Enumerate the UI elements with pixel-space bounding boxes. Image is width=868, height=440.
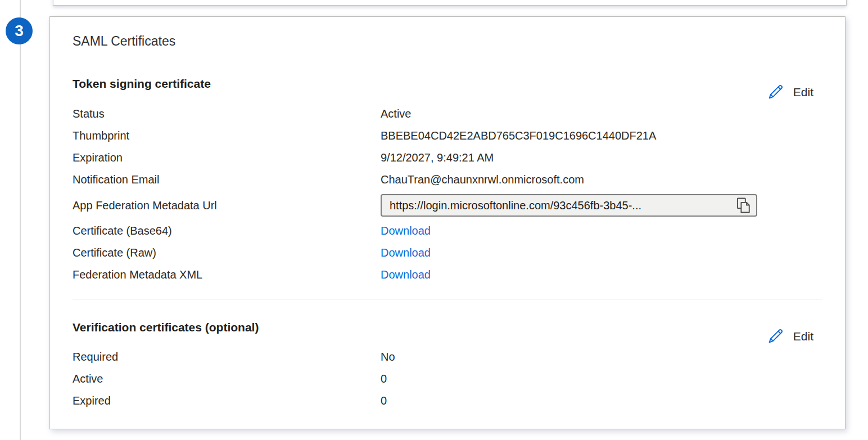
expired-count-label: Expired bbox=[73, 390, 381, 412]
notification-email-label: Notification Email bbox=[73, 169, 381, 191]
edit-token-certificate-button[interactable]: Edit bbox=[766, 83, 813, 101]
expiration-value: 9/12/2027, 9:49:21 AM bbox=[381, 147, 822, 169]
certificate-base64-label: Certificate (Base64) bbox=[73, 220, 381, 242]
required-label: Required bbox=[73, 346, 381, 368]
status-label: Status bbox=[73, 103, 381, 125]
pencil-icon bbox=[766, 327, 785, 345]
edit-verification-certificates-label: Edit bbox=[793, 330, 813, 343]
app-federation-metadata-url-row: App Federation Metadata Url https://logi… bbox=[73, 191, 822, 220]
edit-verification-certificates-button[interactable]: Edit bbox=[766, 327, 813, 345]
required-value: No bbox=[381, 346, 822, 368]
step-connector-line bbox=[20, 0, 21, 440]
thumbprint-value: BBEBE04CD42E2ABD765C3F019C1696C1440DF21A bbox=[381, 125, 822, 147]
metadata-url-field[interactable]: https://login.microsoftonline.com/93c456… bbox=[381, 194, 757, 217]
federation-metadata-xml-row: Federation Metadata XML Download bbox=[73, 264, 822, 286]
section-divider bbox=[73, 299, 822, 299]
expiration-label: Expiration bbox=[73, 147, 381, 169]
status-row: Status Active bbox=[73, 103, 822, 125]
active-count-value: 0 bbox=[381, 368, 822, 390]
edit-token-certificate-label: Edit bbox=[793, 86, 813, 99]
expired-count-value: 0 bbox=[381, 390, 822, 412]
notification-email-row: Notification Email ChauTran@chaunxnrwl.o… bbox=[73, 169, 822, 191]
token-signing-certificate-heading: Token signing certificate bbox=[73, 77, 822, 91]
required-row: Required No bbox=[73, 346, 822, 368]
certificate-base64-row: Certificate (Base64) Download bbox=[73, 220, 822, 242]
pencil-icon bbox=[766, 83, 785, 101]
expired-count-row: Expired 0 bbox=[73, 390, 822, 412]
expiration-row: Expiration 9/12/2027, 9:49:21 AM bbox=[73, 147, 822, 169]
active-count-row: Active 0 bbox=[73, 368, 822, 390]
copy-icon bbox=[736, 197, 751, 214]
saml-certificates-card: SAML Certificates Token signing certific… bbox=[49, 16, 846, 429]
download-certificate-raw-link[interactable]: Download bbox=[381, 242, 431, 264]
app-federation-metadata-url-label: App Federation Metadata Url bbox=[73, 199, 381, 212]
previous-card-bottom-edge bbox=[53, 0, 847, 6]
certificate-raw-row: Certificate (Raw) Download bbox=[73, 242, 822, 264]
thumbprint-label: Thumbprint bbox=[73, 125, 381, 147]
metadata-url-value: https://login.microsoftonline.com/93c456… bbox=[390, 199, 732, 212]
certificate-raw-label: Certificate (Raw) bbox=[73, 242, 381, 264]
verification-certificates-heading: Verification certificates (optional) bbox=[73, 321, 822, 334]
status-value: Active bbox=[381, 103, 822, 125]
certificate-download-list: Certificate (Base64) Download Certificat… bbox=[73, 220, 822, 286]
step-badge: 3 bbox=[6, 17, 33, 44]
copy-to-clipboard-button[interactable] bbox=[736, 197, 751, 214]
notification-email-value: ChauTran@chaunxnrwl.onmicrosoft.com bbox=[381, 169, 822, 191]
download-federation-metadata-xml-link[interactable]: Download bbox=[381, 264, 431, 286]
download-certificate-base64-link[interactable]: Download bbox=[381, 220, 431, 242]
token-certificate-details: Status Active Thumbprint BBEBE04CD42E2AB… bbox=[73, 103, 822, 191]
thumbprint-row: Thumbprint BBEBE04CD42E2ABD765C3F019C169… bbox=[73, 125, 822, 147]
verification-certificate-details: Required No Active 0 Expired 0 bbox=[73, 346, 822, 412]
step-number: 3 bbox=[15, 22, 24, 40]
card-title: SAML Certificates bbox=[73, 34, 822, 48]
active-count-label: Active bbox=[73, 368, 381, 390]
federation-metadata-xml-label: Federation Metadata XML bbox=[73, 264, 381, 286]
